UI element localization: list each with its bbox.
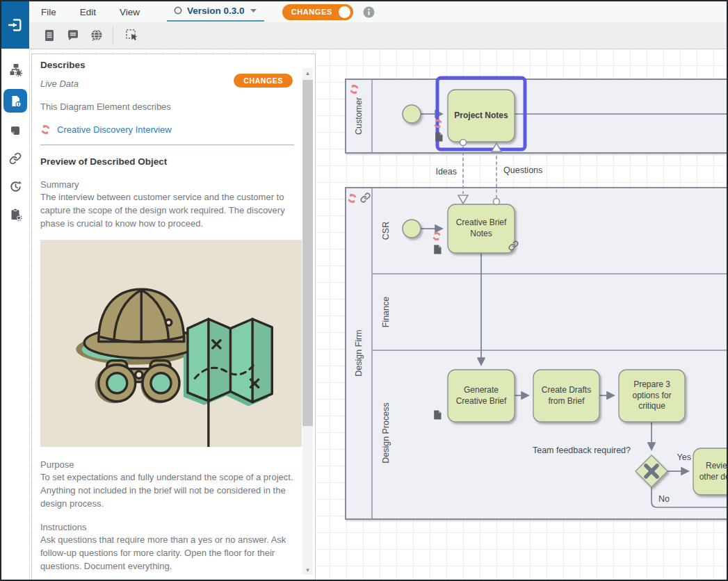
rail-item-links[interactable] [1,145,29,172]
rail-item-history[interactable] [1,172,29,200]
section-purpose: Purpose To set expectations and fully un… [40,459,294,511]
section-label: Purpose [40,459,294,470]
menu-file[interactable]: File [29,7,68,17]
treasure-map-icon [188,319,272,447]
scroll-up-arrow[interactable]: ▲ [302,68,313,78]
discussion-tool-button[interactable] [85,25,108,46]
lane-label-design-process[interactable]: Design Process [380,395,391,471]
page-icon [9,124,22,137]
section-text: To set expectations and fully understand… [40,471,294,511]
info-glyph [363,6,375,18]
task-label-generate-creative-brief[interactable]: Generate Creative Brief [448,370,515,422]
section-label: Instructions [40,522,294,532]
link-icon [9,152,22,165]
document-info-icon [9,95,22,108]
task-label-project-notes[interactable]: Project Notes [448,90,515,142]
section-text: Ask questions that require more than a y… [40,534,294,573]
info-icon[interactable] [363,6,375,18]
version-selector[interactable]: Version 0.3.0 [167,3,264,22]
comment-icon [66,28,80,42]
document-tool-button[interactable] [38,25,61,46]
start-event-customer[interactable] [403,105,421,123]
task-label-create-drafts-from-brief[interactable]: Create Drafts from Brief [533,370,599,422]
edge-label-team-feedback: Team feedback required? [512,445,631,455]
clipboard-gear-icon [9,208,22,221]
comment-tool-button[interactable] [61,25,85,46]
section-summary: Summary The interview between customer s… [40,179,294,231]
chevron-down-icon [250,8,257,13]
panel-divider [40,145,294,145]
sign-in-icon [7,17,24,33]
panel-title: Describes [40,60,294,70]
left-rail [1,49,30,580]
scrollbar-thumb[interactable] [302,80,313,426]
section-text: The interview between customer service a… [40,191,294,231]
start-event-csr[interactable] [403,220,421,238]
edge-label-yes: Yes [663,452,691,462]
version-label: Version 0.3.0 [187,6,245,16]
preview-heading: Preview of Described Object [40,156,294,167]
lane-label-csr[interactable]: CSR [380,210,391,252]
described-object-link[interactable]: Creative Discovery Interview [40,124,294,135]
changes-toggle[interactable]: CHANGES [282,4,353,20]
preview-illustration [40,240,302,447]
document-icon [42,28,56,42]
menubar: File Edit View Version 0.3.0 CHANGES [29,1,727,23]
pool-label-design-firm[interactable]: Design Firm [353,322,364,384]
edge-label-no: No [658,494,670,504]
section-label: Summary [40,179,294,190]
changes-toggle-label: CHANGES [291,8,332,16]
lane-label-finance[interactable]: Finance [380,291,391,333]
task-label-review-with-other-designers[interactable]: Review with other designers [693,448,727,495]
arrow-head [13,23,16,28]
toolbar-separator [113,26,113,44]
process-badge-icon [40,124,51,135]
changes-badge: CHANGES [234,74,293,88]
rail-item-model-structure[interactable] [1,56,29,83]
describes-panel: Describes Live Data CHANGES This Diagram… [31,54,316,581]
described-object-link-label[interactable]: Creative Discovery Interview [57,124,172,135]
version-status-icon [174,6,182,15]
rail-item-describes[interactable] [1,87,29,115]
rail-item-tasks[interactable] [1,200,29,228]
app-logo[interactable] [1,1,29,49]
explorer-hat-icon [84,290,198,359]
menu-view[interactable]: View [108,7,152,17]
panel-scrollbar[interactable]: ▲ ▼ [302,68,313,575]
marquee-select-button[interactable] [120,25,144,46]
explorer-illustration [40,240,302,447]
section-instructions: Instructions Ask questions that require … [40,522,294,573]
history-clock-icon [9,180,22,193]
rail-item-pages[interactable] [1,117,29,145]
globe-comment-icon [90,28,104,42]
live-data-label: Live Data [40,79,79,89]
flowchart-gear-icon [9,63,22,76]
pool-label-customer[interactable]: Customer [353,88,364,144]
binoculars-icon [99,361,179,402]
pool-design-firm[interactable] [346,188,727,519]
edge-label-questions: Questions [503,165,542,175]
scroll-down-arrow[interactable]: ▼ [302,565,313,575]
app-window: File Edit View Version 0.3.0 CHANGES [0,0,728,581]
marquee-select-icon [124,28,140,43]
toolbar [29,22,727,49]
edge-label-ideas: Ideas [408,167,457,177]
describes-intro-text: This Diagram Element describes [40,101,294,114]
toggle-knob [339,6,350,18]
task-label-prepare-3-options[interactable]: Prepare 3 options for critique [619,370,685,422]
menu-edit[interactable]: Edit [68,7,108,17]
task-label-creative-brief-notes[interactable]: Creative Brief Notes [448,204,515,253]
